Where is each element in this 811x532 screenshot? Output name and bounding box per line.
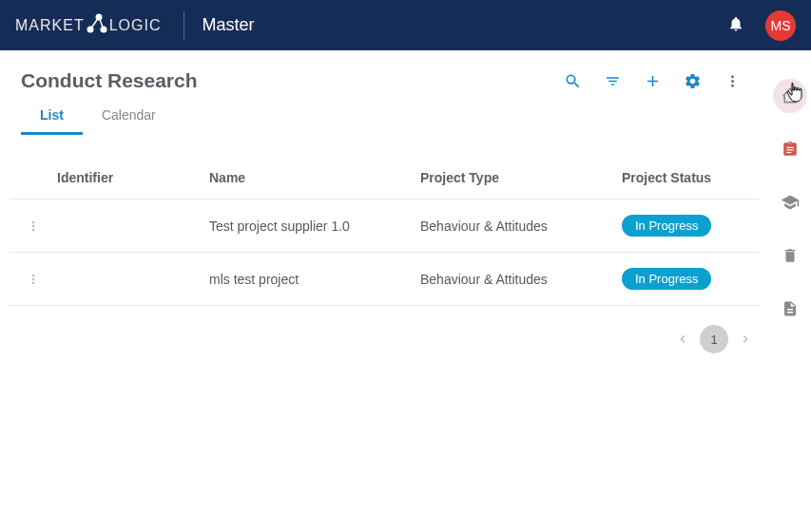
cell-status: In Progress bbox=[622, 215, 759, 237]
table-header-row: Identifier Name Project Type Project Sta… bbox=[10, 136, 759, 199]
col-name[interactable]: Name bbox=[209, 170, 420, 185]
col-type[interactable]: Project Type bbox=[420, 170, 622, 185]
pagination: 1 bbox=[0, 306, 768, 372]
svg-rect-6 bbox=[786, 149, 794, 150]
tab-calendar[interactable]: Calendar bbox=[83, 107, 175, 135]
projects-table: Identifier Name Project Type Project Sta… bbox=[0, 136, 768, 306]
cell-type: Behaviour & Attitudes bbox=[420, 218, 622, 234]
svg-line-3 bbox=[90, 17, 99, 29]
topbar: MARKET LOGIC Master MS bbox=[0, 0, 811, 50]
workspace-name[interactable]: Master bbox=[202, 15, 254, 35]
more-vert-icon[interactable] bbox=[723, 71, 742, 90]
gear-icon[interactable] bbox=[683, 71, 702, 90]
brand-text-right: LOGIC bbox=[109, 17, 162, 34]
status-badge: In Progress bbox=[622, 268, 711, 290]
page-number[interactable]: 1 bbox=[700, 325, 728, 353]
cell-name: mls test project bbox=[209, 272, 420, 287]
rail-document-icon[interactable] bbox=[773, 292, 807, 326]
topbar-divider bbox=[183, 11, 184, 40]
main-content: Conduct Research List bbox=[0, 50, 768, 532]
cell-type: Behaviour & Attitudes bbox=[420, 272, 622, 287]
rail-home-icon[interactable] bbox=[773, 79, 807, 113]
row-more-icon[interactable] bbox=[10, 218, 57, 234]
search-icon[interactable] bbox=[563, 71, 582, 90]
svg-rect-5 bbox=[786, 147, 794, 148]
cell-name: Test project supplier 1.0 bbox=[209, 218, 420, 234]
table-row[interactable]: Test project supplier 1.0 Behaviour & At… bbox=[10, 199, 759, 252]
notifications-bell-icon[interactable] bbox=[727, 15, 744, 36]
cell-status: In Progress bbox=[622, 268, 759, 290]
prev-page-icon[interactable] bbox=[675, 332, 690, 347]
filter-icon[interactable] bbox=[603, 71, 622, 90]
status-badge: In Progress bbox=[622, 215, 711, 237]
rail-trash-icon[interactable] bbox=[773, 238, 807, 273]
brand-logo[interactable]: MARKET LOGIC bbox=[15, 12, 161, 39]
brand-text-left: MARKET bbox=[15, 17, 85, 34]
right-rail bbox=[768, 50, 811, 532]
table-row[interactable]: mls test project Behaviour & Attitudes I… bbox=[10, 252, 759, 306]
user-avatar[interactable]: MS bbox=[765, 10, 796, 41]
rail-graduation-icon[interactable] bbox=[773, 185, 807, 219]
add-icon[interactable] bbox=[643, 71, 662, 90]
page-header: Conduct Research bbox=[0, 50, 768, 92]
rail-clipboard-icon[interactable] bbox=[773, 132, 807, 166]
logo-dots-icon bbox=[87, 12, 107, 35]
header-actions bbox=[563, 71, 747, 90]
tab-list[interactable]: List bbox=[21, 107, 83, 135]
page-title: Conduct Research bbox=[21, 69, 198, 92]
row-more-icon[interactable] bbox=[10, 272, 57, 287]
next-page-icon[interactable] bbox=[738, 332, 753, 347]
col-status[interactable]: Project Status bbox=[622, 170, 759, 185]
col-identifier[interactable]: Identifier bbox=[57, 170, 209, 185]
tabs: List Calendar bbox=[0, 92, 768, 136]
svg-rect-7 bbox=[786, 152, 791, 153]
